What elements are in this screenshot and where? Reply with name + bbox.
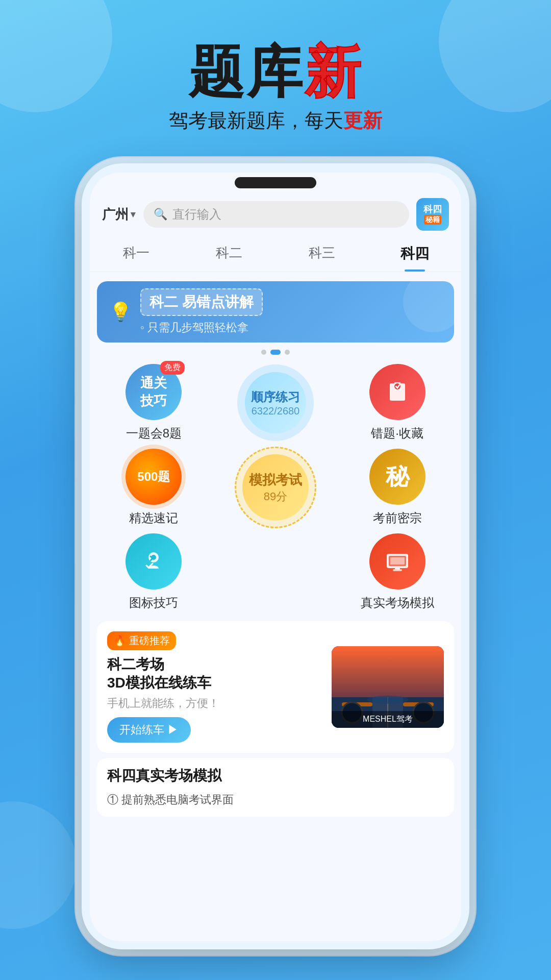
kaoquan-char: 秘 [386, 461, 409, 493]
title-black: 题库 [188, 40, 305, 103]
tab-ke3[interactable]: 科三 [276, 240, 368, 267]
main-grid-3: 图标技巧 真实考场模拟 [90, 528, 461, 616]
jingxuan-label-top: 500题 [137, 469, 170, 485]
main-grid: 免费 通关 技巧 一题会8题 顺序练习 6322/2680 [90, 359, 461, 447]
dot-2 [270, 350, 281, 355]
phone-screen: 广州 ▾ 🔍 直行输入 科四 秘籍 科一 科二 科三 科四 💡 [90, 173, 461, 941]
tonguan-item[interactable]: 免费 通关 技巧 一题会8题 [97, 364, 211, 442]
secret-badge-line1: 科四 [423, 204, 442, 215]
svg-point-4 [151, 555, 156, 560]
dot-1 [261, 350, 266, 355]
zhenshikao-icon [369, 533, 425, 590]
notch-bar [235, 177, 316, 188]
bg-circle-bottom-left [0, 801, 77, 929]
secret-badge[interactable]: 科四 秘籍 [416, 198, 449, 231]
tonguan-sublabel: 一题会8题 [126, 425, 182, 442]
bottom-section-title: 科四真实考场模拟 [107, 766, 444, 786]
svg-point-14 [367, 696, 408, 704]
search-icon: 🔍 [154, 208, 167, 221]
tab-ke2[interactable]: 科二 [183, 240, 276, 267]
location-text: 广州 [102, 206, 129, 224]
tonguan-icon: 免费 通关 技巧 [126, 364, 182, 420]
location-selector[interactable]: 广州 ▾ [102, 206, 135, 224]
free-badge: 免费 [160, 361, 185, 375]
scroll-area: 💡 科二 易错点讲解 ◦ 只需几步驾照轻松拿 免费 通关 [90, 272, 461, 941]
banner[interactable]: 💡 科二 易错点讲解 ◦ 只需几步驾照轻松拿 [97, 281, 454, 342]
promo-text: 🔥 重磅推荐 科二考场 3D模拟在线练车 手机上就能练，方便！ 开始练车 ▶ [107, 631, 321, 743]
moni-inner: 模拟考试 89分 [242, 454, 309, 521]
phone-notch [90, 173, 461, 193]
banner-content: 科二 易错点讲解 ◦ 只需几步驾照轻松拿 [140, 288, 263, 335]
shunxu-outer: 顺序练习 6322/2680 [237, 364, 314, 441]
main-grid-2: 500题 精选速记 模拟考试 89分 秘 [90, 442, 461, 533]
tubiao-item[interactable]: 图标技巧 [97, 533, 211, 611]
moni-outer: 模拟考试 89分 [235, 447, 316, 528]
cuoti-label: 错题·收藏 [371, 425, 423, 442]
shunxu-label: 顺序练习 [251, 389, 300, 405]
shunxu-item[interactable]: 顺序练习 6322/2680 [219, 364, 333, 441]
moni-score: 89分 [264, 489, 287, 504]
kaoquan-item[interactable]: 秘 考前密宗 [340, 449, 454, 526]
moni-label: 模拟考试 [249, 471, 302, 489]
promo-image: MESHEL驾考 [332, 646, 444, 728]
moni-item[interactable]: 模拟考试 89分 [219, 447, 333, 528]
banner-subtitle: ◦ 只需几步驾照轻松拿 [140, 320, 263, 335]
location-arrow-icon: ▾ [131, 209, 135, 220]
header-area: 题库新 驾考最新题库，每天更新 [0, 0, 551, 144]
top-bar: 广州 ▾ 🔍 直行输入 科四 秘籍 [90, 193, 461, 236]
bottom-section-item1: ① 提前熟悉电脑考试界面 [107, 791, 444, 808]
bottom-section: 科四真实考场模拟 ① 提前熟悉电脑考试界面 [97, 758, 454, 817]
subtitle: 驾考最新题库，每天更新 [0, 108, 551, 134]
tab-ke4[interactable]: 科四 [368, 240, 461, 267]
main-title: 题库新 [0, 41, 551, 103]
zhenshikao-label: 真实考场模拟 [361, 595, 434, 611]
dots-indicator [90, 350, 461, 355]
promo-title: 科二考场 3D模拟在线练车 [107, 655, 321, 693]
shunxu-inner: 顺序练习 6322/2680 [245, 372, 306, 433]
search-bar[interactable]: 🔍 直行输入 [143, 201, 409, 228]
tubiao-icon [126, 533, 182, 590]
promo-subtitle: 手机上就能练，方便！ [107, 696, 321, 711]
tab-ke1[interactable]: 科一 [90, 240, 183, 267]
kaoquan-label: 考前密宗 [373, 510, 422, 526]
dot-3 [285, 350, 290, 355]
promo-image-overlay: MESHEL驾考 [332, 711, 444, 728]
promo-card[interactable]: 🔥 重磅推荐 科二考场 3D模拟在线练车 手机上就能练，方便！ 开始练车 ▶ [97, 621, 454, 753]
promo-button[interactable]: 开始练车 ▶ [107, 717, 191, 743]
shunxu-progress: 6322/2680 [252, 405, 300, 417]
tonguan-label2: 技巧 [140, 392, 167, 410]
search-placeholder: 直行输入 [172, 206, 221, 223]
tubiao-label: 图标技巧 [129, 595, 178, 611]
jingxuan-label: 精选速记 [129, 510, 178, 526]
tonguan-label: 通关 [140, 374, 167, 392]
jingxuan-icon: 500题 [126, 449, 182, 505]
secret-badge-line2: 秘籍 [424, 215, 441, 225]
nav-tabs: 科一 科二 科三 科四 [90, 236, 461, 272]
svg-rect-8 [395, 568, 400, 570]
phone-mockup: 广州 ▾ 🔍 直行输入 科四 秘籍 科一 科二 科三 科四 💡 [82, 163, 469, 949]
zhenshikao-item[interactable]: 真实考场模拟 [340, 533, 454, 611]
title-red: 新 [305, 40, 363, 103]
jingxuan-item[interactable]: 500题 精选速记 [97, 449, 211, 526]
banner-title: 科二 易错点讲解 [140, 288, 263, 316]
svg-rect-9 [390, 557, 405, 565]
kaoquan-icon: 秘 [369, 449, 425, 505]
banner-icon: 💡 [109, 301, 132, 323]
cuoti-icon [369, 364, 425, 420]
promo-badge: 🔥 重磅推荐 [107, 631, 176, 650]
cuoti-item[interactable]: 错题·收藏 [340, 364, 454, 442]
